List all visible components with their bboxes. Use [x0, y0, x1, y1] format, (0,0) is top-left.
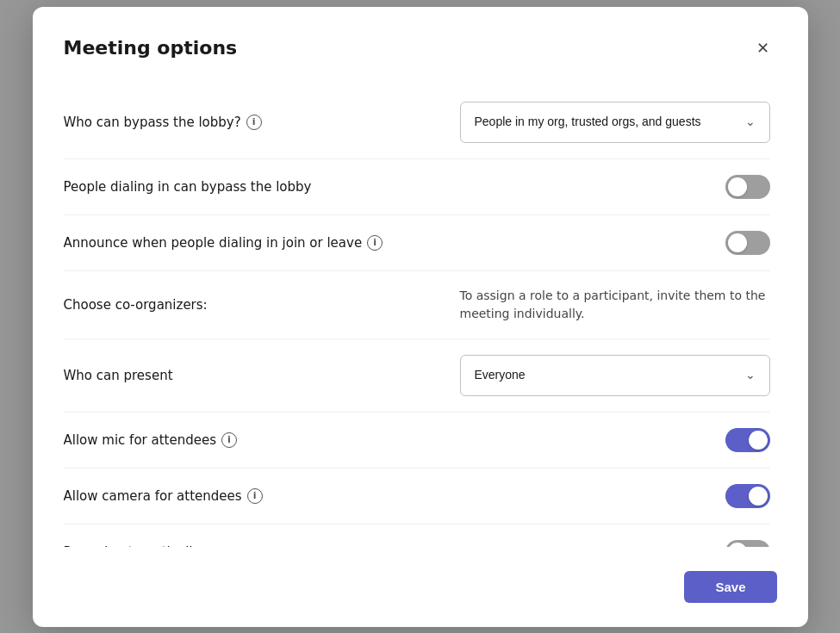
co-organizers-info-text: To assign a role to a participant, invit… [460, 287, 770, 323]
bypass-lobby-label: Who can bypass the lobby? i [64, 115, 460, 130]
option-row-dialing-bypass: People dialing in can bypass the lobby [64, 159, 770, 215]
record-auto-control [725, 540, 770, 547]
allow-camera-label: Allow camera for attendees i [64, 488, 725, 504]
co-organizers-label: Choose co-organizers: [64, 297, 460, 313]
who-can-present-dropdown: Everyone ⌄ [460, 355, 770, 396]
dialing-bypass-control [725, 175, 770, 199]
dialing-bypass-text: People dialing in can bypass the lobby [64, 179, 312, 195]
allow-camera-info-icon: i [247, 488, 263, 504]
close-icon: ✕ [756, 39, 769, 58]
allow-mic-control [725, 428, 770, 452]
record-auto-toggle-knob [728, 543, 747, 547]
allow-camera-toggle[interactable] [725, 484, 770, 508]
option-row-allow-mic: Allow mic for attendees i [64, 413, 770, 469]
co-organizers-control: To assign a role to a participant, invit… [460, 287, 770, 323]
co-organizers-text: Choose co-organizers: [64, 297, 208, 313]
record-auto-label: Record automatically [64, 544, 725, 547]
announce-dialing-toggle[interactable] [725, 231, 770, 255]
dialing-bypass-label: People dialing in can bypass the lobby [64, 179, 725, 195]
bypass-lobby-dropdown: People in my org, trusted orgs, and gues… [460, 102, 770, 143]
announce-dialing-toggle-knob [728, 233, 747, 252]
who-can-present-dropdown-value: Everyone [475, 367, 738, 384]
who-can-present-chevron-icon: ⌄ [745, 367, 756, 384]
record-auto-text: Record automatically [64, 544, 201, 547]
record-auto-toggle[interactable] [725, 540, 770, 547]
modal-title: Meeting options [64, 37, 238, 59]
who-can-present-dropdown-button[interactable]: Everyone ⌄ [460, 355, 770, 396]
modal-footer: Save [64, 564, 777, 603]
option-row-record-auto: Record automatically [64, 524, 770, 547]
who-can-present-control: Everyone ⌄ [460, 355, 770, 396]
allow-camera-text: Allow camera for attendees [64, 488, 242, 504]
bypass-lobby-dropdown-value: People in my org, trusted orgs, and gues… [475, 114, 738, 131]
allow-mic-label: Allow mic for attendees i [64, 432, 725, 448]
option-row-co-organizers: Choose co-organizers: To assign a role t… [64, 271, 770, 339]
modal-body: Who can bypass the lobby? i People in my… [64, 86, 777, 547]
announce-dialing-text: Announce when people dialing in join or … [64, 235, 363, 251]
bypass-lobby-text: Who can bypass the lobby? [64, 115, 241, 130]
allow-camera-control [725, 484, 770, 508]
option-row-who-can-present: Who can present Everyone ⌄ [64, 339, 770, 413]
announce-dialing-label: Announce when people dialing in join or … [64, 235, 725, 251]
allow-mic-toggle[interactable] [725, 428, 770, 452]
allow-camera-toggle-knob [749, 487, 768, 506]
who-can-present-label: Who can present [64, 368, 460, 383]
dialing-bypass-toggle[interactable] [725, 175, 770, 199]
bypass-lobby-chevron-icon: ⌄ [745, 114, 756, 131]
announce-dialing-info-icon: i [367, 235, 383, 251]
save-button[interactable]: Save [684, 571, 776, 603]
close-button[interactable]: ✕ [750, 34, 777, 62]
announce-dialing-control [725, 231, 770, 255]
who-can-present-text: Who can present [64, 368, 173, 383]
option-row-allow-camera: Allow camera for attendees i [64, 469, 770, 524]
dialing-bypass-toggle-knob [728, 177, 747, 196]
allow-mic-toggle-knob [749, 431, 768, 450]
bypass-lobby-dropdown-button[interactable]: People in my org, trusted orgs, and gues… [460, 102, 770, 143]
bypass-lobby-control: People in my org, trusted orgs, and gues… [460, 102, 770, 143]
modal-header: Meeting options ✕ [64, 34, 777, 62]
allow-mic-info-icon: i [221, 432, 237, 448]
bypass-lobby-info-icon: i [246, 115, 262, 130]
option-row-bypass-lobby: Who can bypass the lobby? i People in my… [64, 86, 770, 159]
option-row-announce-dialing: Announce when people dialing in join or … [64, 215, 770, 271]
meeting-options-modal: Meeting options ✕ Who can bypass the lob… [33, 7, 808, 627]
allow-mic-text: Allow mic for attendees [64, 432, 216, 448]
